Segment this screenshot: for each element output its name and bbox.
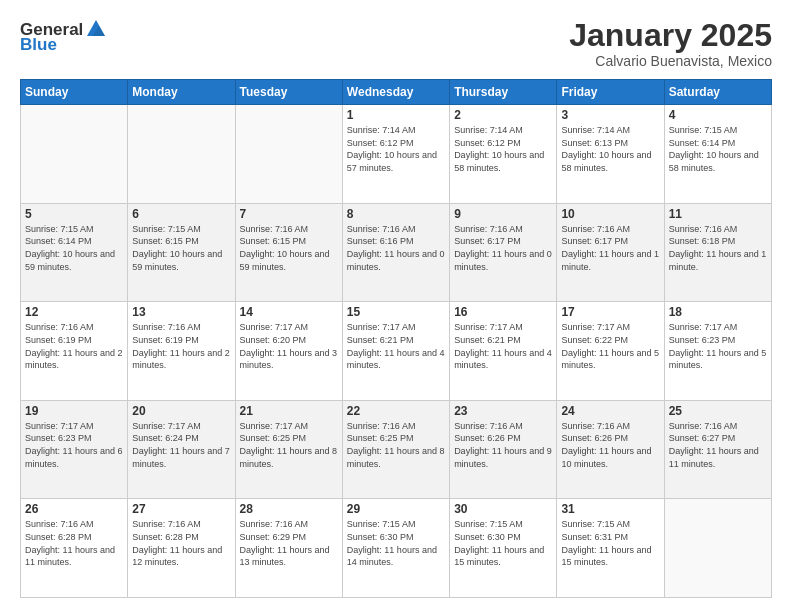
day-number: 20	[132, 404, 230, 418]
col-thursday: Thursday	[450, 80, 557, 105]
day-info: Sunrise: 7:16 AM Sunset: 6:28 PM Dayligh…	[132, 518, 230, 568]
day-number: 3	[561, 108, 659, 122]
calendar-cell: 22Sunrise: 7:16 AM Sunset: 6:25 PM Dayli…	[342, 400, 449, 499]
day-number: 21	[240, 404, 338, 418]
day-info: Sunrise: 7:15 AM Sunset: 6:30 PM Dayligh…	[454, 518, 552, 568]
day-number: 17	[561, 305, 659, 319]
day-info: Sunrise: 7:15 AM Sunset: 6:14 PM Dayligh…	[25, 223, 123, 273]
title-month: January 2025	[569, 18, 772, 53]
day-number: 5	[25, 207, 123, 221]
calendar-cell: 6Sunrise: 7:15 AM Sunset: 6:15 PM Daylig…	[128, 203, 235, 302]
day-number: 27	[132, 502, 230, 516]
calendar-cell: 25Sunrise: 7:16 AM Sunset: 6:27 PM Dayli…	[664, 400, 771, 499]
day-info: Sunrise: 7:16 AM Sunset: 6:17 PM Dayligh…	[454, 223, 552, 273]
col-wednesday: Wednesday	[342, 80, 449, 105]
calendar-cell: 1Sunrise: 7:14 AM Sunset: 6:12 PM Daylig…	[342, 105, 449, 204]
calendar-cell	[128, 105, 235, 204]
day-number: 24	[561, 404, 659, 418]
col-saturday: Saturday	[664, 80, 771, 105]
day-info: Sunrise: 7:16 AM Sunset: 6:27 PM Dayligh…	[669, 420, 767, 470]
day-number: 28	[240, 502, 338, 516]
logo: General Blue	[20, 18, 107, 53]
calendar-cell: 19Sunrise: 7:17 AM Sunset: 6:23 PM Dayli…	[21, 400, 128, 499]
col-tuesday: Tuesday	[235, 80, 342, 105]
day-number: 30	[454, 502, 552, 516]
logo-blue: Blue	[20, 36, 57, 53]
calendar-cell: 26Sunrise: 7:16 AM Sunset: 6:28 PM Dayli…	[21, 499, 128, 598]
day-info: Sunrise: 7:16 AM Sunset: 6:26 PM Dayligh…	[561, 420, 659, 470]
day-number: 22	[347, 404, 445, 418]
day-number: 26	[25, 502, 123, 516]
day-number: 7	[240, 207, 338, 221]
calendar-cell: 27Sunrise: 7:16 AM Sunset: 6:28 PM Dayli…	[128, 499, 235, 598]
page: General Blue January 2025 Calvario Buena…	[0, 0, 792, 612]
day-info: Sunrise: 7:16 AM Sunset: 6:18 PM Dayligh…	[669, 223, 767, 273]
calendar-cell: 23Sunrise: 7:16 AM Sunset: 6:26 PM Dayli…	[450, 400, 557, 499]
day-info: Sunrise: 7:14 AM Sunset: 6:12 PM Dayligh…	[347, 124, 445, 174]
day-info: Sunrise: 7:14 AM Sunset: 6:12 PM Dayligh…	[454, 124, 552, 174]
calendar-cell: 14Sunrise: 7:17 AM Sunset: 6:20 PM Dayli…	[235, 302, 342, 401]
day-info: Sunrise: 7:17 AM Sunset: 6:23 PM Dayligh…	[669, 321, 767, 371]
col-monday: Monday	[128, 80, 235, 105]
day-number: 31	[561, 502, 659, 516]
day-number: 12	[25, 305, 123, 319]
calendar-cell: 10Sunrise: 7:16 AM Sunset: 6:17 PM Dayli…	[557, 203, 664, 302]
day-number: 29	[347, 502, 445, 516]
calendar-cell	[21, 105, 128, 204]
calendar-week-4: 19Sunrise: 7:17 AM Sunset: 6:23 PM Dayli…	[21, 400, 772, 499]
day-info: Sunrise: 7:16 AM Sunset: 6:19 PM Dayligh…	[132, 321, 230, 371]
calendar-cell: 7Sunrise: 7:16 AM Sunset: 6:15 PM Daylig…	[235, 203, 342, 302]
day-info: Sunrise: 7:17 AM Sunset: 6:25 PM Dayligh…	[240, 420, 338, 470]
calendar-week-5: 26Sunrise: 7:16 AM Sunset: 6:28 PM Dayli…	[21, 499, 772, 598]
calendar-cell: 8Sunrise: 7:16 AM Sunset: 6:16 PM Daylig…	[342, 203, 449, 302]
day-info: Sunrise: 7:15 AM Sunset: 6:31 PM Dayligh…	[561, 518, 659, 568]
day-info: Sunrise: 7:16 AM Sunset: 6:29 PM Dayligh…	[240, 518, 338, 568]
calendar-table: Sunday Monday Tuesday Wednesday Thursday…	[20, 79, 772, 598]
day-number: 11	[669, 207, 767, 221]
day-number: 4	[669, 108, 767, 122]
calendar-cell: 15Sunrise: 7:17 AM Sunset: 6:21 PM Dayli…	[342, 302, 449, 401]
day-info: Sunrise: 7:16 AM Sunset: 6:26 PM Dayligh…	[454, 420, 552, 470]
day-info: Sunrise: 7:17 AM Sunset: 6:21 PM Dayligh…	[347, 321, 445, 371]
day-number: 19	[25, 404, 123, 418]
calendar-cell: 12Sunrise: 7:16 AM Sunset: 6:19 PM Dayli…	[21, 302, 128, 401]
calendar-cell: 29Sunrise: 7:15 AM Sunset: 6:30 PM Dayli…	[342, 499, 449, 598]
day-number: 1	[347, 108, 445, 122]
calendar-cell: 11Sunrise: 7:16 AM Sunset: 6:18 PM Dayli…	[664, 203, 771, 302]
day-info: Sunrise: 7:17 AM Sunset: 6:21 PM Dayligh…	[454, 321, 552, 371]
calendar-week-2: 5Sunrise: 7:15 AM Sunset: 6:14 PM Daylig…	[21, 203, 772, 302]
header: General Blue January 2025 Calvario Buena…	[20, 18, 772, 69]
calendar-cell: 21Sunrise: 7:17 AM Sunset: 6:25 PM Dayli…	[235, 400, 342, 499]
title-location: Calvario Buenavista, Mexico	[569, 53, 772, 69]
calendar-cell	[235, 105, 342, 204]
day-number: 15	[347, 305, 445, 319]
day-info: Sunrise: 7:16 AM Sunset: 6:25 PM Dayligh…	[347, 420, 445, 470]
col-sunday: Sunday	[21, 80, 128, 105]
calendar-cell: 28Sunrise: 7:16 AM Sunset: 6:29 PM Dayli…	[235, 499, 342, 598]
day-number: 14	[240, 305, 338, 319]
day-number: 2	[454, 108, 552, 122]
calendar-cell: 5Sunrise: 7:15 AM Sunset: 6:14 PM Daylig…	[21, 203, 128, 302]
calendar-cell: 20Sunrise: 7:17 AM Sunset: 6:24 PM Dayli…	[128, 400, 235, 499]
day-info: Sunrise: 7:16 AM Sunset: 6:17 PM Dayligh…	[561, 223, 659, 273]
calendar-cell: 3Sunrise: 7:14 AM Sunset: 6:13 PM Daylig…	[557, 105, 664, 204]
day-info: Sunrise: 7:15 AM Sunset: 6:30 PM Dayligh…	[347, 518, 445, 568]
day-number: 23	[454, 404, 552, 418]
day-info: Sunrise: 7:17 AM Sunset: 6:20 PM Dayligh…	[240, 321, 338, 371]
calendar-cell	[664, 499, 771, 598]
day-number: 18	[669, 305, 767, 319]
title-block: January 2025 Calvario Buenavista, Mexico	[569, 18, 772, 69]
calendar-cell: 18Sunrise: 7:17 AM Sunset: 6:23 PM Dayli…	[664, 302, 771, 401]
calendar-cell: 17Sunrise: 7:17 AM Sunset: 6:22 PM Dayli…	[557, 302, 664, 401]
day-number: 8	[347, 207, 445, 221]
day-number: 16	[454, 305, 552, 319]
day-number: 13	[132, 305, 230, 319]
col-friday: Friday	[557, 80, 664, 105]
logo-icon	[85, 18, 107, 40]
day-info: Sunrise: 7:15 AM Sunset: 6:14 PM Dayligh…	[669, 124, 767, 174]
day-number: 9	[454, 207, 552, 221]
day-info: Sunrise: 7:14 AM Sunset: 6:13 PM Dayligh…	[561, 124, 659, 174]
day-info: Sunrise: 7:16 AM Sunset: 6:19 PM Dayligh…	[25, 321, 123, 371]
calendar-cell: 30Sunrise: 7:15 AM Sunset: 6:30 PM Dayli…	[450, 499, 557, 598]
day-number: 6	[132, 207, 230, 221]
